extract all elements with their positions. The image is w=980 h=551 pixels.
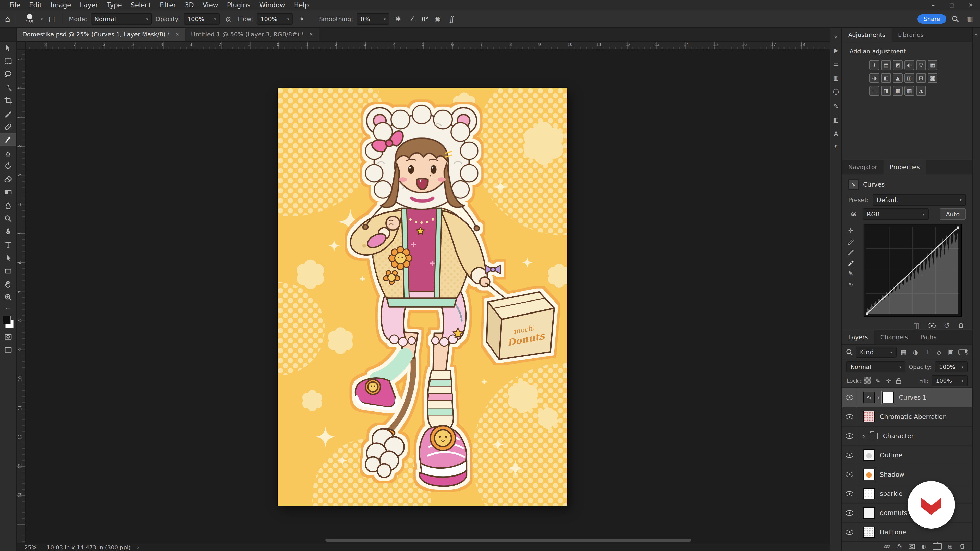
curves-adjustment-thumbnail[interactable]: ∿ [863,392,875,403]
info-panel-icon[interactable]: ⓘ [833,88,839,96]
color-lookup-icon[interactable]: ⊞ [916,73,926,83]
targeted-adjustment-icon[interactable]: ✛ [848,227,853,234]
layer-mask-thumbnail[interactable] [882,392,894,403]
layer-row[interactable]: ›Character [842,427,972,446]
document-canvas[interactable]: mochi Donuts [278,88,567,506]
posterize-icon[interactable]: ≡ [870,86,879,96]
layer-row[interactable]: Halftone [842,523,972,541]
chevron-down-icon[interactable]: ▾ [41,17,43,21]
layer-visibility-toggle[interactable] [842,407,858,426]
clip-to-layer-icon[interactable]: ◫ [913,322,920,330]
new-group-icon[interactable] [932,543,942,550]
layer-styles-fx-icon[interactable]: fx [897,543,902,550]
color-balance-icon[interactable]: ◑ [870,73,879,83]
tab-paths[interactable]: Paths [914,330,943,344]
layer-thumbnail[interactable] [863,411,875,423]
add-layer-mask-icon[interactable] [908,543,915,550]
layer-visibility-toggle[interactable] [842,446,858,465]
preset-dropdown[interactable]: Default ▾ [873,194,966,206]
quick-mask-icon[interactable] [0,330,16,343]
layer-thumbnail[interactable] [863,468,875,480]
pen-tool[interactable] [0,225,16,238]
menu-view[interactable]: View [198,0,223,10]
collapse-dock-icon[interactable]: « [834,33,838,40]
menu-select[interactable]: Select [126,0,156,10]
layer-visibility-toggle[interactable] [842,388,858,407]
filter-toggle-switch[interactable] [958,349,968,355]
levels-icon[interactable]: ▤ [881,60,891,70]
curves-editor[interactable] [858,224,967,317]
smooth-curve-icon[interactable]: ∿ [848,281,853,288]
filter-type-layers-icon[interactable]: T [923,348,932,357]
smoothing-options-gear-icon[interactable]: ✱ [393,14,404,24]
search-icon[interactable] [950,14,961,24]
blur-tool[interactable] [0,199,16,212]
menu-window[interactable]: Window [255,0,290,10]
filter-shape-layers-icon[interactable]: ◇ [934,348,943,357]
menu-layer[interactable]: Layer [76,0,103,10]
layer-name[interactable]: Outline [880,451,902,459]
reset-icon[interactable]: ↺ [944,322,950,330]
layer-blend-mode-dropdown[interactable]: Normal ▾ [846,362,905,372]
delete-layer-icon[interactable] [959,543,966,550]
filter-kind-dropdown[interactable]: Kind ▾ [856,347,897,358]
zoom-level-field[interactable]: 25% [24,545,41,551]
canvas-area[interactable]: 876543210123456789101112131415161718 101… [17,41,830,543]
flow-dropdown[interactable]: 100% ▾ [257,13,293,25]
minimize-window-icon[interactable]: – [924,0,942,10]
brush-tool[interactable] [0,133,16,146]
comments-panel-icon[interactable]: ▭ [833,60,838,67]
curve-point-shadow[interactable] [866,313,869,315]
lock-all-icon[interactable] [896,377,902,384]
menu-image[interactable]: Image [46,0,76,10]
notes-panel-icon[interactable]: ✎ [834,103,838,110]
home-icon[interactable]: ⌂ [5,14,10,24]
lock-transparent-pixels-icon[interactable] [864,377,871,384]
black-point-eyedropper-icon[interactable] [847,238,854,245]
menu-filter[interactable]: Filter [156,0,180,10]
foreground-background-colors[interactable] [2,316,14,328]
dodge-tool[interactable] [0,212,16,225]
photo-filter-icon[interactable]: ▲ [893,73,902,83]
share-button[interactable]: Share [918,14,946,24]
status-options-chevron-icon[interactable]: › [137,545,139,551]
pressure-opacity-icon[interactable]: ◎ [224,14,234,24]
history-brush-tool[interactable] [0,160,16,173]
tab-navigator[interactable]: Navigator [842,160,883,174]
layer-thumbnail[interactable] [863,488,875,500]
smoothing-dropdown[interactable]: 0% ▾ [357,13,389,25]
selective-color-icon[interactable]: ▨ [904,86,914,96]
gray-point-eyedropper-icon[interactable] [847,248,854,256]
collapse-right-dock-icon[interactable]: « [975,32,978,37]
layer-visibility-toggle[interactable] [842,503,858,522]
maximize-window-icon[interactable]: ▢ [942,0,961,10]
gradient-map-icon[interactable]: ▧ [893,86,902,96]
layer-visibility-toggle[interactable] [842,523,858,541]
actions-panel-icon[interactable]: ▶ [834,47,838,54]
brightness-contrast-icon[interactable]: ☀ [870,60,879,70]
curves-icon[interactable]: ◩ [893,60,902,70]
layer-row[interactable]: Chromatic Aberration [842,407,972,427]
menu-type[interactable]: Type [103,0,126,10]
delete-adjustment-icon[interactable] [958,322,964,329]
eraser-tool[interactable] [0,173,16,186]
layer-name[interactable]: Shadow [880,471,904,478]
layer-thumbnail[interactable] [863,527,875,538]
crop-tool[interactable] [0,94,16,107]
layer-visibility-toggle[interactable] [842,465,858,484]
gradient-tool[interactable] [0,186,16,199]
screen-mode-icon[interactable] [0,343,16,356]
close-window-icon[interactable]: ✕ [961,0,980,10]
white-point-eyedropper-icon[interactable] [847,259,854,266]
close-tab-icon[interactable]: ✕ [175,32,179,37]
shape-tool[interactable] [0,265,16,278]
group-expand-icon[interactable]: › [862,432,865,440]
opacity-dropdown[interactable]: 100% ▾ [184,13,220,25]
pressure-size-icon[interactable]: ◉ [432,14,443,24]
layer-thumbnail[interactable] [863,449,875,461]
foreground-color-swatch[interactable] [3,316,11,324]
hand-tool[interactable] [0,278,16,291]
auto-button[interactable]: Auto [940,208,966,220]
menu-help[interactable]: Help [290,0,313,10]
path-selection-tool[interactable] [0,251,16,264]
